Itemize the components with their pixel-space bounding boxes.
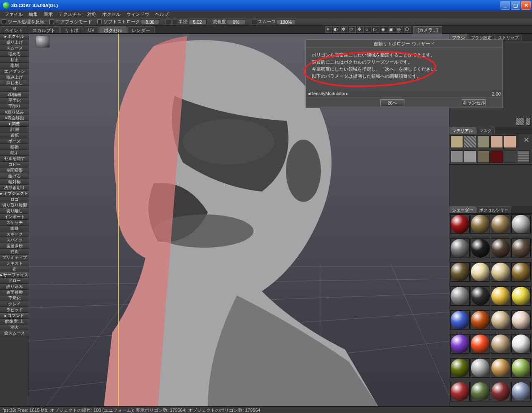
vicon-9[interactable]: ▣ bbox=[389, 26, 395, 33]
shader-swatch[interactable] bbox=[511, 382, 531, 401]
airbrush-checkbox[interactable] bbox=[49, 20, 54, 24]
shader-swatch[interactable] bbox=[450, 334, 470, 354]
tool-button[interactable]: スケッチ bbox=[0, 220, 29, 226]
tool-button[interactable]: ロゴ bbox=[0, 197, 29, 202]
tool-button[interactable]: 切り取り複製 bbox=[0, 202, 29, 208]
shader-swatch[interactable] bbox=[511, 262, 531, 282]
material-swatch[interactable] bbox=[504, 135, 516, 148]
material-swatch[interactable] bbox=[490, 150, 503, 163]
material-swatch[interactable] bbox=[477, 135, 490, 148]
density-modulator-value[interactable]: 2.00 bbox=[484, 91, 501, 96]
wizard-param-row[interactable]: ◂DensityModulator▸ 2.00 bbox=[306, 90, 502, 97]
menu-item[interactable]: 編集 bbox=[26, 10, 41, 18]
tool-button[interactable]: 曲げる bbox=[0, 173, 29, 179]
material-swatch[interactable] bbox=[517, 150, 530, 163]
menu-item[interactable]: 対称 bbox=[84, 10, 99, 18]
vicon-8[interactable]: ◉ bbox=[381, 26, 387, 33]
tool-button[interactable]: 積み上げ bbox=[0, 74, 29, 80]
menu-item[interactable]: ウィンドウ bbox=[123, 10, 152, 18]
shader-swatch[interactable] bbox=[491, 262, 510, 282]
pen-icon[interactable] bbox=[165, 19, 171, 25]
tool-button[interactable]: スパイク bbox=[0, 237, 29, 243]
pen2-icon[interactable] bbox=[251, 19, 257, 25]
shader-swatch[interactable] bbox=[491, 382, 510, 401]
tool-button[interactable]: 曲線 bbox=[0, 226, 29, 231]
tool-button[interactable]: スムース bbox=[0, 45, 29, 51]
main-tab[interactable]: ボクセル bbox=[99, 26, 127, 33]
tool-button[interactable]: 球 bbox=[0, 86, 29, 92]
softstroke-checkbox[interactable] bbox=[97, 20, 102, 24]
tool-button[interactable]: 絞り込み bbox=[0, 284, 29, 290]
tool-group-header[interactable]: ▸ サーフェイス bbox=[0, 272, 29, 278]
tool-button[interactable]: スネーク bbox=[0, 231, 29, 237]
camera-button[interactable]: [カメラ...] bbox=[413, 26, 442, 34]
shader-swatch[interactable] bbox=[450, 214, 470, 234]
shader-swatch[interactable] bbox=[511, 238, 531, 258]
tool-button[interactable]: 布 bbox=[0, 266, 29, 272]
tool-group-header[interactable]: ▸ 調整 bbox=[0, 121, 29, 127]
menu-item[interactable]: テクスチャ bbox=[56, 10, 84, 18]
tool-button[interactable]: 解像度: 上 bbox=[0, 319, 29, 324]
shader-tab[interactable]: ボクセルツリー bbox=[476, 206, 511, 213]
shader-swatch[interactable] bbox=[450, 238, 470, 258]
shader-swatch[interactable] bbox=[491, 286, 510, 306]
tool-button[interactable]: 切り離し bbox=[0, 208, 29, 214]
material-swatch[interactable] bbox=[464, 150, 476, 163]
material-tab[interactable]: マテリアル bbox=[449, 127, 476, 134]
smooth-value[interactable]: 100% bbox=[277, 19, 295, 25]
shader-swatch[interactable] bbox=[470, 238, 490, 258]
tool-button[interactable]: 粘土 bbox=[0, 57, 29, 63]
menu-item[interactable]: ヘルプ bbox=[152, 10, 172, 18]
material-swatch[interactable] bbox=[477, 150, 490, 163]
vicon-11[interactable]: ⬡ bbox=[404, 26, 411, 33]
shader-swatch[interactable] bbox=[491, 310, 510, 330]
wizard-next-button[interactable]: 次へ bbox=[380, 99, 404, 106]
minimize-button[interactable]: _ bbox=[500, 1, 510, 10]
tool-button[interactable]: 全スムース bbox=[0, 330, 29, 336]
tool-button[interactable]: セルを隠す bbox=[0, 156, 29, 162]
tool-button[interactable]: 2D描画 bbox=[0, 92, 29, 98]
tool-button[interactable]: クレイ bbox=[0, 301, 29, 307]
main-tab[interactable]: レンダー bbox=[127, 26, 155, 33]
tool-group-header[interactable]: ▸ ボクセル bbox=[0, 34, 29, 39]
material-tab[interactable]: マスク bbox=[476, 127, 495, 134]
tool-button[interactable]: 彫刻 bbox=[0, 63, 29, 69]
shader-swatch[interactable] bbox=[470, 214, 490, 234]
wizard-cancel-button[interactable]: キャンセル bbox=[462, 99, 486, 106]
vicon-7[interactable]: ▷ bbox=[373, 26, 379, 33]
tool-button[interactable]: 軸対称 bbox=[0, 179, 29, 185]
tool-group-header[interactable]: ▸ コマンド bbox=[0, 313, 29, 319]
shader-swatch[interactable] bbox=[491, 358, 510, 378]
close-button[interactable]: ✕ bbox=[521, 1, 531, 10]
main-tab[interactable]: スカルプト bbox=[28, 26, 60, 33]
tool-button[interactable]: インポート bbox=[0, 214, 29, 220]
tool-button[interactable]: 隠す bbox=[0, 150, 29, 156]
material-swatch[interactable] bbox=[490, 135, 503, 148]
shader-swatch[interactable] bbox=[491, 334, 510, 354]
tool-button[interactable]: 押し出し bbox=[0, 80, 29, 86]
shader-swatch[interactable] bbox=[470, 310, 490, 330]
tool-button[interactable]: 表面移動 bbox=[0, 290, 29, 295]
main-tab[interactable]: UV bbox=[84, 26, 99, 33]
tool-button[interactable]: コピー bbox=[0, 162, 29, 167]
tool-button[interactable]: 平削り bbox=[0, 103, 29, 109]
shader-swatch[interactable] bbox=[450, 382, 470, 401]
vicon-1[interactable]: ☀ bbox=[325, 26, 332, 33]
vicon-10[interactable]: ◎ bbox=[397, 26, 403, 33]
tool-button[interactable]: ドロー bbox=[0, 278, 29, 284]
shader-tab[interactable]: シェーダー bbox=[449, 206, 476, 213]
menu-item[interactable]: ボクセル bbox=[99, 10, 123, 18]
material-swatch[interactable] bbox=[451, 135, 463, 148]
material-swatch[interactable] bbox=[451, 150, 463, 163]
tool-button[interactable]: 平面化 bbox=[0, 98, 29, 103]
shader-swatch[interactable] bbox=[511, 358, 531, 378]
main-tab[interactable]: ペイント bbox=[0, 26, 27, 33]
brush-preview-icon[interactable] bbox=[36, 35, 50, 48]
shader-swatch[interactable] bbox=[450, 262, 470, 282]
tool-button[interactable]: 計測 bbox=[0, 127, 29, 133]
shader-swatch[interactable] bbox=[470, 358, 490, 378]
main-tab[interactable]: リトポ bbox=[60, 26, 83, 33]
tool-button[interactable]: 消去 bbox=[0, 324, 29, 330]
menu-item[interactable]: 表示 bbox=[41, 10, 56, 18]
tool-button[interactable]: 選択 bbox=[0, 133, 29, 138]
